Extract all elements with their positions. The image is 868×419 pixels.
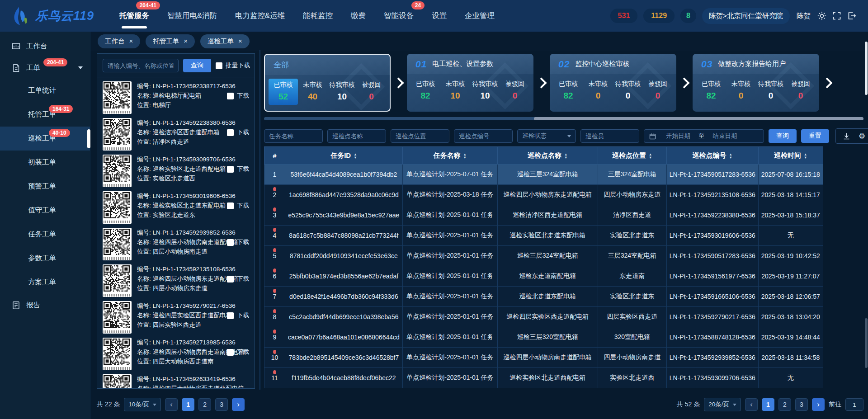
sort-icon[interactable]: ▲▼ bbox=[804, 153, 807, 159]
logo[interactable]: 乐鸟云119 bbox=[12, 6, 94, 26]
goto-page-input[interactable] bbox=[845, 398, 863, 411]
sidebar-subitem-plan-orders[interactable]: 方案工单 bbox=[0, 270, 90, 294]
sort-icon[interactable]: ▲▼ bbox=[564, 153, 567, 159]
org-selector[interactable]: 陈贺>北京同仁堂研究院 bbox=[702, 8, 790, 24]
point-name-input[interactable] bbox=[327, 129, 386, 143]
column-header-point-name[interactable]: 巡检点名称▲▼ bbox=[497, 147, 598, 165]
table-row[interactable]: 9cace0a077b6a468aa101e086806644cd单点巡检计划-… bbox=[264, 327, 823, 348]
reset-button[interactable]: 重置 bbox=[801, 129, 829, 143]
sidebar-item-report[interactable]: 报告 bbox=[0, 294, 90, 316]
column-header-task-name[interactable]: 任务名称▲▼ bbox=[402, 147, 497, 165]
stat-rejected[interactable]: 被驳回0 bbox=[357, 79, 386, 105]
download-checkbox[interactable]: 下载 bbox=[227, 202, 249, 210]
download-checkbox[interactable]: 下载 bbox=[227, 128, 249, 137]
sort-icon[interactable]: ▲▼ bbox=[649, 153, 652, 159]
nav-item-settings[interactable]: 设置 bbox=[432, 0, 447, 32]
theme-icon[interactable] bbox=[817, 11, 826, 20]
nav-item-smart-power-fire[interactable]: 智慧用电&消防 bbox=[167, 0, 217, 32]
sidebar-subitem-hosting-orders[interactable]: 托管工单164-31 bbox=[0, 103, 90, 127]
sidebar-item-workorder[interactable]: 工单 204-41 bbox=[0, 57, 90, 79]
sidebar-subitem-inspection-orders[interactable]: 巡检工单40-10 bbox=[0, 127, 90, 151]
stat-unreviewed[interactable]: 未审核40 bbox=[298, 79, 327, 105]
nav-item-smart-device[interactable]: 智能设备24 bbox=[384, 0, 414, 32]
stat-pending-me[interactable]: 待我审核10 bbox=[327, 79, 357, 105]
page-size-select[interactable]: 10条/页 bbox=[124, 398, 161, 411]
tab-workbench[interactable]: 工作台× bbox=[98, 34, 140, 48]
page-button[interactable]: 3 bbox=[795, 398, 808, 411]
card-step-01[interactable]: 01电工巡检、设置参数 已审核82 未审核10 待我审核10 被驳回0 bbox=[407, 54, 533, 112]
close-icon[interactable]: × bbox=[129, 38, 133, 44]
table-row[interactable]: 10783bde2b895145409ce36c3d46528bf7单点巡检计划… bbox=[264, 348, 823, 368]
download-checkbox[interactable]: 下载 bbox=[227, 348, 249, 356]
sidebar-item-workbench[interactable]: 工作台 bbox=[0, 35, 90, 57]
prev-page-button[interactable]: ‹ bbox=[165, 398, 178, 411]
download-checkbox[interactable]: 下载 bbox=[227, 311, 249, 320]
sidebar-subitem-duty-orders[interactable]: 值守工单 bbox=[0, 198, 90, 222]
checkbox-icon[interactable] bbox=[227, 349, 234, 356]
download-checkbox[interactable]: 下载 bbox=[227, 238, 249, 246]
point-code-input[interactable] bbox=[454, 129, 513, 143]
status-select[interactable]: 巡检状态 bbox=[517, 129, 576, 143]
nav-item-energy[interactable]: 能耗监控 bbox=[303, 0, 333, 32]
cards-horizontal-scrollbar[interactable] bbox=[264, 117, 863, 120]
chevron-right-icon[interactable] bbox=[679, 77, 689, 88]
download-icon[interactable] bbox=[843, 132, 850, 140]
search-button[interactable]: 查询 bbox=[183, 59, 211, 72]
checkbox-icon[interactable] bbox=[227, 93, 234, 99]
inspector-input[interactable] bbox=[580, 129, 639, 143]
stat-approved[interactable]: 已审核52 bbox=[269, 79, 298, 105]
table-row[interactable]: 8c5c2acbd9df44db699ece10a398eba56单点巡检计划-… bbox=[264, 307, 823, 327]
checkbox-icon[interactable] bbox=[216, 62, 222, 69]
checkbox-icon[interactable] bbox=[227, 166, 234, 173]
page-scrollbar-thumb[interactable] bbox=[865, 318, 868, 368]
nav-item-hosting[interactable]: 托管服务204-41 bbox=[119, 0, 149, 32]
table-row[interactable]: 3e525c9c755c343e9bd9e8a15ec927aae单点巡检计划-… bbox=[264, 205, 823, 226]
table-row[interactable]: 153f6e6f44ca54d4089cea1b0f7394db2单点巡检计划-… bbox=[264, 165, 823, 185]
card-all[interactable]: 全部 已审核52 未审核40 待我审核10 被驳回0 bbox=[264, 54, 391, 112]
logout-icon[interactable] bbox=[847, 11, 856, 20]
page-button[interactable]: 2 bbox=[778, 398, 791, 411]
page-button[interactable]: 2 bbox=[198, 398, 211, 411]
column-header-task-id[interactable]: 任务ID▲▼ bbox=[285, 147, 403, 165]
column-header-point-location[interactable]: 巡检点位置▲▼ bbox=[598, 147, 666, 165]
sidebar-subitem-task-orders[interactable]: 任务工单 bbox=[0, 222, 90, 246]
date-range-picker[interactable]: 开始日期 至 结束日期 bbox=[644, 129, 764, 143]
chevron-right-icon[interactable] bbox=[536, 77, 547, 88]
sidebar-subitem-stats[interactable]: 工单统计 bbox=[0, 79, 90, 103]
warning-counter[interactable]: 1129 bbox=[643, 9, 675, 23]
checkbox-icon[interactable] bbox=[227, 239, 234, 246]
checkbox-icon[interactable] bbox=[227, 202, 234, 209]
task-name-input[interactable] bbox=[264, 129, 323, 143]
checkbox-icon[interactable] bbox=[227, 276, 234, 282]
chevron-right-icon[interactable] bbox=[393, 77, 404, 88]
card-step-03[interactable]: 03做整改方案报告给用户 已审核82 未审核0 待我审核0 被驳回0 bbox=[693, 54, 819, 112]
sidebar-subitem-warning-orders[interactable]: 预警工单 bbox=[0, 174, 90, 198]
sort-icon[interactable]: ▲▼ bbox=[463, 153, 467, 159]
column-header-time[interactable]: 巡检时间▲▼ bbox=[758, 147, 823, 165]
card-step-02[interactable]: 02监控中心巡检审核 已审核82 未审核0 待我审核0 被驳回0 bbox=[550, 54, 676, 112]
nav-item-enterprise[interactable]: 企业管理 bbox=[465, 0, 495, 32]
info-counter[interactable]: 8 bbox=[680, 9, 696, 23]
checkbox-icon[interactable] bbox=[227, 129, 234, 136]
gear-icon[interactable]: ⚙ bbox=[859, 132, 865, 140]
table-row[interactable]: 48a618c7c5b8847c88098a21cb773244f单点巡检计划-… bbox=[264, 226, 823, 246]
table-row[interactable]: 58781cddf20dd49109341ecefe53e63ce单点巡检计划-… bbox=[264, 246, 823, 266]
table-row[interactable]: 7d0ed18e42f1e4496b7db360c94f333d6单点巡检计划-… bbox=[264, 287, 823, 307]
sort-icon[interactable]: ▲▼ bbox=[729, 153, 732, 159]
close-icon[interactable]: × bbox=[184, 38, 188, 44]
table-row[interactable]: 21ac698f886ad447e93528da9a0c06c9d单点巡检计划-… bbox=[264, 185, 823, 205]
tab-inspection-orders[interactable]: 巡检工单× bbox=[200, 34, 250, 48]
sidebar-subitem-install-orders[interactable]: 初装工单 bbox=[0, 151, 90, 174]
user-name[interactable]: 陈贺 bbox=[797, 11, 811, 21]
table-row[interactable]: 11f119fb5de4b04caeb88f8decf06bec22单点巡检计划… bbox=[264, 368, 823, 388]
next-page-button[interactable]: › bbox=[812, 398, 825, 411]
nav-item-payment[interactable]: 缴费 bbox=[351, 0, 366, 32]
point-location-input[interactable] bbox=[391, 129, 449, 143]
prev-page-button[interactable]: ‹ bbox=[745, 398, 758, 411]
page-button[interactable]: 1 bbox=[762, 398, 774, 411]
alarm-counter[interactable]: 531 bbox=[610, 9, 638, 23]
scrollbar-thumb[interactable] bbox=[534, 117, 863, 120]
next-page-button[interactable]: › bbox=[232, 398, 245, 411]
fullscreen-icon[interactable] bbox=[832, 11, 841, 20]
page-size-select[interactable]: 20条/页 bbox=[704, 398, 741, 411]
